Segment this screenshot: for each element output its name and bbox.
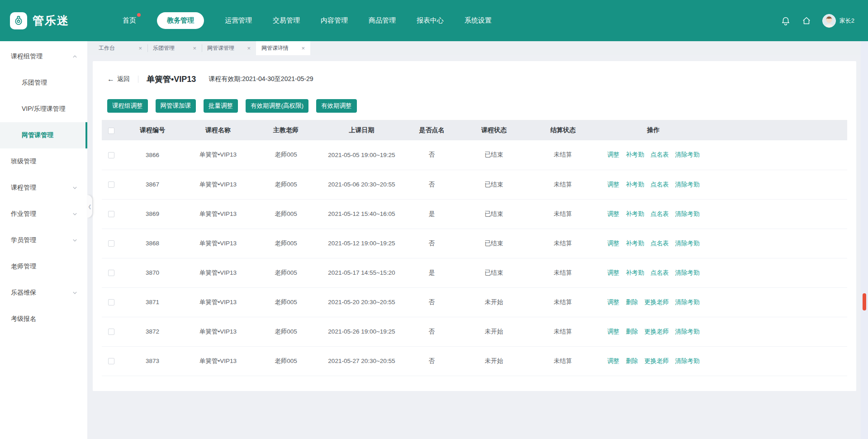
sidebar-subitem-label: VIP/乐理课管理 — [22, 105, 65, 113]
action-link[interactable]: 点名表 — [650, 240, 669, 247]
cell-status: 已结束 — [460, 170, 528, 199]
cell-id: 3870 — [121, 258, 184, 287]
action-link[interactable]: 调整 — [607, 328, 620, 335]
sidebar-item-0[interactable]: 课程组管理 — [0, 43, 87, 70]
nav-item-3[interactable]: 交易管理 — [273, 12, 300, 29]
tab-2[interactable]: 网管课管理× — [202, 41, 256, 55]
checkbox[interactable] — [108, 128, 114, 134]
action-link[interactable]: 调整 — [607, 210, 620, 217]
action-link[interactable]: 删除 — [626, 328, 638, 335]
action-link[interactable]: 清除考勤 — [675, 269, 700, 276]
toolbar-button-4[interactable]: 有效期调整 — [316, 99, 357, 113]
action-link[interactable]: 清除考勤 — [675, 299, 700, 305]
checkbox[interactable] — [108, 299, 114, 305]
cell-teacher: 老师005 — [252, 199, 320, 229]
action-link[interactable]: 点名表 — [650, 269, 669, 276]
checkbox[interactable] — [108, 358, 114, 364]
cell-settle: 未结算 — [528, 287, 598, 317]
action-link[interactable]: 补考勤 — [626, 269, 645, 276]
action-link[interactable]: 点名表 — [650, 181, 669, 188]
sidebar-item-2[interactable]: 课程管理 — [0, 175, 87, 201]
tab-0[interactable]: 工作台× — [93, 41, 147, 55]
tab-3[interactable]: 网管课详情× — [256, 41, 310, 55]
cell-id: 3872 — [121, 317, 184, 346]
user-menu[interactable]: 家长2 — [822, 14, 854, 28]
action-link[interactable]: 更换老师 — [645, 328, 669, 335]
scrollbar-thumb[interactable] — [863, 293, 866, 310]
cell-status: 已结束 — [460, 199, 528, 229]
column-header: 课程编号 — [121, 120, 184, 140]
action-link[interactable]: 清除考勤 — [675, 240, 700, 247]
sidebar-item-1[interactable]: 班级管理 — [0, 148, 87, 175]
sidebar-item-6[interactable]: 乐器维保 — [0, 280, 87, 306]
nav-item-5[interactable]: 商品管理 — [369, 12, 396, 29]
back-button[interactable]: ← 返回 — [107, 75, 130, 83]
checkbox[interactable] — [108, 181, 114, 188]
toolbar-button-0[interactable]: 课程组调整 — [107, 99, 148, 113]
work-area: 工作台×乐团管理×网管课管理×网管课详情× ← 返回 单簧管•VIP13 课程有… — [87, 41, 868, 439]
checkbox[interactable] — [108, 329, 114, 335]
close-tab-icon[interactable]: × — [193, 45, 196, 52]
action-link[interactable]: 更换老师 — [645, 299, 669, 305]
sidebar-subitem-0-1[interactable]: VIP/乐理课管理 — [0, 96, 87, 122]
filler-cell — [709, 346, 847, 376]
action-link[interactable]: 调整 — [607, 151, 620, 158]
action-link[interactable]: 清除考勤 — [675, 151, 700, 158]
table-row: 3872单簧管•VIP13老师0052021-05-26 19:00~19:25… — [102, 317, 847, 346]
nav-item-7[interactable]: 系统设置 — [465, 12, 492, 29]
toolbar: 课程组调整网管课加课批量调整有效期调整(高权限)有效期调整 — [102, 99, 847, 113]
action-link[interactable]: 补考勤 — [626, 240, 645, 247]
action-link[interactable]: 点名表 — [650, 151, 669, 158]
sidebar-subitem-0-0[interactable]: 乐团管理 — [0, 70, 87, 96]
topbar-actions: 家长2 — [781, 14, 854, 28]
table-row: 3873单簧管•VIP13老师0052021-05-27 20:30~20:55… — [102, 346, 847, 376]
action-link[interactable]: 删除 — [626, 358, 638, 364]
nav-item-0[interactable]: 首页 — [123, 12, 136, 29]
checkbox[interactable] — [108, 240, 114, 247]
tab-1[interactable]: 乐团管理× — [147, 41, 202, 55]
table-header: 课程编号课程名称主教老师上课日期是否点名课程状态结算状态操作 — [102, 120, 847, 140]
sidebar-item-4[interactable]: 学员管理 — [0, 227, 87, 253]
nav-item-6[interactable]: 报表中心 — [417, 12, 444, 29]
action-link[interactable]: 补考勤 — [626, 181, 645, 188]
sidebar-item-7[interactable]: 考级报名 — [0, 306, 87, 332]
cell-status: 未开始 — [460, 317, 528, 346]
cell-settle: 未结算 — [528, 170, 598, 199]
table-row: 3867单簧管•VIP13老师0052021-05-06 20:30~20:55… — [102, 170, 847, 199]
user-avatar — [822, 14, 836, 28]
action-link[interactable]: 补考勤 — [626, 151, 645, 158]
action-link[interactable]: 调整 — [607, 240, 620, 247]
sidebar-item-3[interactable]: 作业管理 — [0, 201, 87, 227]
action-link[interactable]: 清除考勤 — [675, 358, 700, 364]
toolbar-button-3[interactable]: 有效期调整(高权限) — [246, 99, 308, 113]
home-icon[interactable] — [802, 16, 811, 26]
sidebar-item-5[interactable]: 老师管理 — [0, 253, 87, 280]
checkbox[interactable] — [108, 270, 114, 276]
action-link[interactable]: 调整 — [607, 358, 620, 364]
action-link[interactable]: 清除考勤 — [675, 181, 700, 188]
action-link[interactable]: 清除考勤 — [675, 328, 700, 335]
checkbox[interactable] — [108, 211, 114, 217]
sidebar-collapse-handle[interactable]: ❮ — [87, 195, 92, 218]
close-tab-icon[interactable]: × — [301, 45, 305, 52]
checkbox[interactable] — [108, 152, 114, 158]
action-link[interactable]: 清除考勤 — [675, 210, 700, 217]
action-link[interactable]: 点名表 — [650, 210, 669, 217]
nav-item-4[interactable]: 内容管理 — [321, 12, 348, 29]
sidebar-subitem-0-2[interactable]: 网管课管理 — [0, 122, 87, 148]
action-link[interactable]: 调整 — [607, 181, 620, 188]
action-link[interactable]: 更换老师 — [645, 358, 669, 364]
nav-item-label: 运营管理 — [225, 16, 252, 24]
toolbar-button-1[interactable]: 网管课加课 — [156, 99, 196, 113]
action-link[interactable]: 删除 — [626, 299, 638, 305]
toolbar-button-2[interactable]: 批量调整 — [204, 99, 238, 113]
bell-icon[interactable] — [781, 16, 791, 26]
close-tab-icon[interactable]: × — [247, 45, 251, 52]
nav-item-2[interactable]: 运营管理 — [225, 12, 252, 29]
close-tab-icon[interactable]: × — [138, 45, 142, 52]
nav-item-1[interactable]: 教务管理 — [157, 12, 204, 29]
action-link[interactable]: 调整 — [607, 269, 620, 276]
action-link[interactable]: 补考勤 — [626, 210, 645, 217]
row-select-cell — [102, 140, 121, 170]
action-link[interactable]: 调整 — [607, 299, 620, 305]
